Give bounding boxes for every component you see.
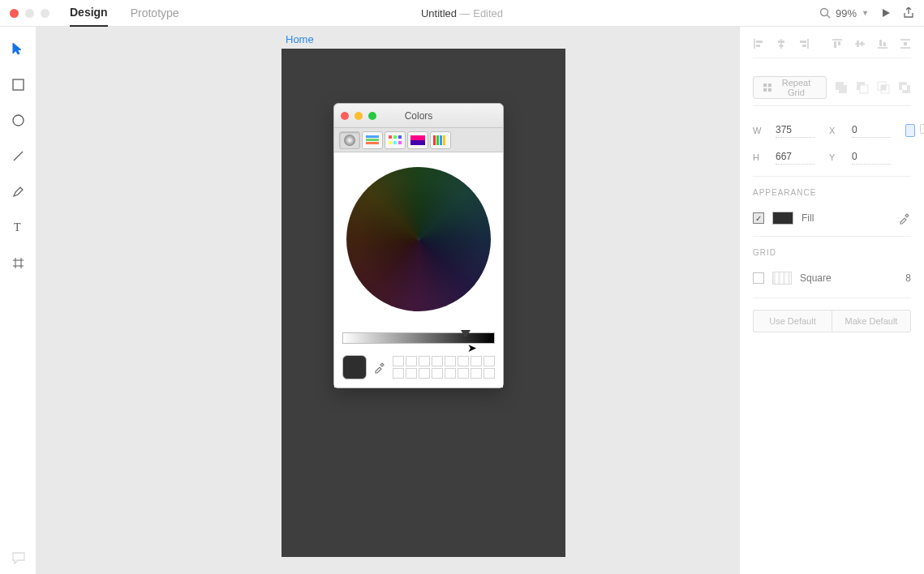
union-icon[interactable] — [835, 81, 848, 94]
svg-rect-17 — [398, 141, 402, 144]
svg-rect-46 — [768, 84, 771, 87]
width-input[interactable] — [776, 122, 814, 138]
play-icon[interactable] — [880, 7, 892, 19]
intersect-icon[interactable] — [877, 81, 890, 94]
color-image-tab[interactable] — [407, 131, 428, 149]
grid-type-icon[interactable] — [772, 272, 792, 285]
svg-rect-32 — [802, 45, 806, 47]
swatch-row — [342, 355, 495, 379]
tool-strip: T — [0, 27, 36, 574]
eyedropper-icon[interactable] — [373, 361, 386, 374]
colors-title: Colors — [405, 110, 433, 122]
fill-eyedropper-icon[interactable] — [898, 212, 911, 225]
svg-rect-58 — [902, 85, 907, 90]
exclude-icon[interactable] — [898, 81, 911, 94]
y-input[interactable] — [852, 149, 891, 165]
svg-rect-41 — [883, 42, 886, 46]
svg-rect-10 — [366, 139, 379, 141]
colors-maximize-icon[interactable] — [368, 112, 376, 120]
align-left-icon[interactable] — [753, 38, 764, 49]
fill-swatch[interactable] — [772, 212, 793, 225]
svg-marker-3 — [13, 43, 21, 54]
text-tool[interactable]: T — [11, 220, 25, 234]
x-input[interactable] — [852, 122, 891, 138]
artboard-label[interactable]: Home — [286, 33, 314, 45]
transform-fields: W X H Y — [753, 118, 911, 177]
svg-rect-50 — [839, 85, 847, 93]
window-minimize-icon[interactable] — [25, 9, 34, 18]
svg-rect-44 — [904, 42, 907, 45]
svg-rect-47 — [763, 88, 767, 92]
zoom-value: 99% — [836, 7, 857, 19]
zoom-control[interactable]: 99% ▼ — [819, 7, 869, 19]
color-wheel-tab[interactable] — [339, 131, 360, 149]
align-right-icon[interactable] — [798, 38, 810, 49]
artboard-tool[interactable] — [11, 255, 25, 270]
align-vertical-group — [832, 38, 911, 49]
svg-rect-19 — [410, 140, 425, 145]
colors-titlebar[interactable]: Colors — [334, 104, 503, 128]
window-maximize-icon[interactable] — [41, 9, 49, 18]
subtract-icon[interactable] — [856, 81, 869, 94]
brightness-slider[interactable]: ➤ — [342, 332, 495, 344]
feedback-icon[interactable] — [11, 551, 26, 564]
tab-design[interactable]: Design — [70, 0, 108, 27]
grid-checkbox[interactable] — [753, 272, 764, 284]
rectangle-tool[interactable] — [11, 77, 25, 92]
svg-rect-12 — [389, 135, 392, 139]
grid-row: Square 8 — [753, 268, 911, 298]
appearance-section-label: APPEARANCE — [753, 188, 911, 197]
svg-point-8 — [344, 135, 355, 146]
mouse-cursor-icon: ➤ — [467, 341, 477, 354]
svg-rect-45 — [763, 84, 767, 87]
align-top-icon[interactable] — [832, 38, 843, 49]
swatch-grid[interactable] — [393, 356, 495, 379]
tab-prototype[interactable]: Prototype — [131, 0, 179, 27]
brightness-thumb-icon[interactable] — [461, 330, 471, 338]
colors-minimize-icon[interactable] — [355, 112, 363, 120]
svg-rect-52 — [860, 85, 868, 93]
colors-close-icon[interactable] — [341, 112, 349, 120]
svg-rect-16 — [393, 141, 397, 144]
svg-rect-34 — [834, 41, 836, 48]
svg-rect-4 — [13, 79, 24, 90]
align-bottom-icon[interactable] — [877, 38, 888, 49]
color-sliders-tab[interactable] — [362, 131, 383, 149]
landscape-icon[interactable] — [920, 124, 924, 134]
current-color-swatch[interactable] — [342, 355, 367, 379]
svg-rect-25 — [756, 41, 763, 43]
use-default-button[interactable]: Use Default — [753, 310, 832, 332]
colors-panel: Colors ✦ ➤ — [333, 103, 504, 388]
color-palettes-tab[interactable] — [385, 131, 406, 149]
color-wheel-cursor-icon: ✦ — [415, 233, 423, 245]
pen-tool[interactable] — [11, 184, 25, 199]
colors-traffic-lights — [341, 112, 376, 120]
window-close-icon[interactable] — [10, 9, 19, 18]
fill-checkbox[interactable]: ✓ — [753, 212, 764, 224]
document-title: Untitled — Edited — [421, 7, 503, 19]
grid-size-value[interactable]: 8 — [905, 272, 911, 284]
ellipse-tool[interactable] — [11, 113, 25, 127]
select-tool[interactable] — [11, 41, 25, 56]
svg-rect-23 — [443, 135, 445, 145]
grid-section-label: GRID — [753, 248, 911, 257]
portrait-icon[interactable] — [905, 124, 915, 137]
svg-text:T: T — [14, 221, 21, 233]
window-traffic-lights — [10, 9, 49, 18]
height-input[interactable] — [776, 149, 814, 165]
repeat-grid-button[interactable]: Repeat Grid — [753, 76, 827, 99]
line-tool[interactable] — [11, 148, 25, 163]
repeat-grid-row: Repeat Grid — [753, 70, 911, 106]
title-text: Untitled — [421, 7, 457, 19]
align-center-h-icon[interactable] — [776, 38, 787, 49]
distribute-icon[interactable] — [900, 38, 911, 49]
canvas[interactable]: Home Colors ✦ — [36, 27, 739, 574]
align-row — [753, 35, 911, 58]
color-pencils-tab[interactable] — [430, 131, 451, 149]
make-default-button[interactable]: Make Default — [832, 310, 911, 332]
color-wheel[interactable]: ✦ — [346, 167, 491, 311]
fill-label: Fill — [802, 212, 814, 224]
top-right-controls: 99% ▼ — [819, 7, 914, 19]
align-center-v-icon[interactable] — [854, 38, 866, 49]
share-icon[interactable] — [903, 7, 914, 19]
